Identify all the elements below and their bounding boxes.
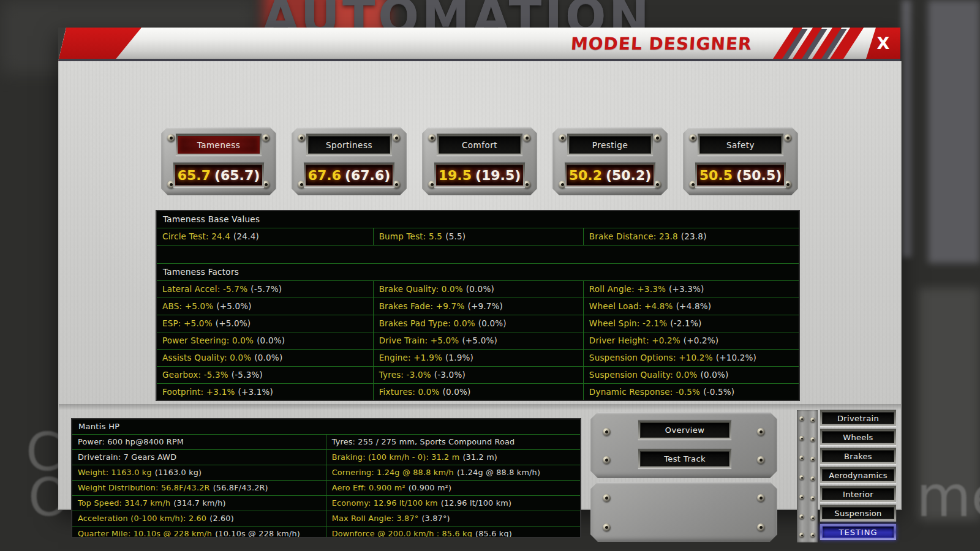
close-button[interactable]: X [866, 28, 900, 59]
rivet [799, 514, 804, 519]
gauge-label-button[interactable]: Comfort [437, 134, 522, 156]
nav-button-testing[interactable]: TESTING [820, 524, 896, 540]
gauge-prestige[interactable]: Prestige 50.2(50.2) [552, 127, 668, 195]
factors-row: ABS: +5.0%(+5.0%) Brakes Fade: +9.7%(+9.… [157, 298, 799, 315]
stat-cell: Top Speed: 314.7 km/h(314.7 km/h) [72, 496, 326, 511]
rivet [428, 134, 436, 142]
stat-cell: Fixtures: 0.0%(0.0%) [373, 384, 583, 400]
base-values-header: Tameness Base Values [157, 211, 799, 228]
rivet [799, 533, 804, 538]
rivet [810, 533, 815, 538]
gauge-sportiness[interactable]: Sportiness 67.6(67.6) [292, 127, 407, 195]
rivet [603, 428, 611, 436]
hinge-strip [797, 410, 818, 542]
rivet [393, 134, 401, 142]
gauge-label-button[interactable]: Sportiness [306, 134, 392, 156]
gauge-safety[interactable]: Safety 50.5(50.5) [683, 127, 798, 195]
car-summary-panel: Mantis HP Power: 600 hp@8400 RPM Tyres: … [71, 418, 581, 538]
gauge-value-paren: (65.7) [214, 168, 260, 183]
stat-cell: Braking: (100 km/h - 0): 31.2 m(31.2 m) [326, 450, 580, 465]
screen: AUTOMATION C O me MODEL DESIGNER X [0, 0, 980, 551]
rivet [689, 134, 697, 142]
test-track-button[interactable]: Test Track [638, 449, 731, 468]
stat-cell: Weight: 1163.0 kg(1163.0 kg) [72, 465, 326, 480]
rivet [810, 437, 815, 442]
gauge-value: 50.5 [699, 168, 733, 183]
factors-row: ESP: +5.0%(+5.0%) Brakes Pad Type: 0.0%(… [157, 315, 799, 332]
car-row: Drivetrain: 7 Gears AWD Braking: (100 km… [72, 449, 580, 465]
stat-cell: Wheel Spin: -2.1%(-2.1%) [583, 315, 799, 332]
stat-cell: Assists Quality: 0.0%(0.0%) [157, 350, 373, 366]
gauge-value-display: 19.5(19.5) [434, 163, 525, 187]
car-row: Weight Distribution: 56.8F/43.2R(56.8F/4… [72, 480, 580, 495]
gauge-value-paren: (67.6) [345, 168, 390, 183]
stat-cell: Economy: 12.96 lt/100 km(12.96 lt/100 km… [326, 496, 580, 511]
gauge-label: Comfort [439, 136, 521, 154]
window-title: MODEL DESIGNER [570, 28, 753, 59]
factors-row: Assists Quality: 0.0%(0.0%) Engine: +1.9… [157, 349, 799, 366]
factors-header: Tameness Factors [157, 263, 799, 280]
gauge-value-display: 50.2(50.2) [565, 163, 655, 187]
tameness-breakdown-panel: Tameness Base Values Circle Test: 24.4(2… [156, 210, 800, 401]
factors-row: Lateral Accel: -5.7%(-5.7%) Brake Qualit… [157, 280, 799, 298]
rivet [799, 436, 804, 441]
stat-cell: Aero Eff: 0.900 m²(0.900 m²) [326, 481, 580, 495]
nav-button-aerodynamics[interactable]: Aerodynamics [820, 467, 896, 483]
stat-cell: Suspension Options: +10.2%(+10.2%) [583, 350, 799, 366]
rivet [757, 523, 765, 531]
stat-cell: Lateral Accel: -5.7%(-5.7%) [157, 281, 373, 298]
gauge-label-button[interactable]: Prestige [567, 134, 653, 156]
bg-window-frame [928, 0, 980, 263]
model-designer-window: MODEL DESIGNER X Tameness [58, 28, 900, 509]
stripe-decoration [769, 25, 804, 64]
bg-letter-me: me [916, 464, 980, 530]
nav-button-brakes[interactable]: Brakes [820, 448, 896, 464]
gauge-label: Prestige [569, 136, 651, 154]
gauge-label-button[interactable]: Safety [698, 134, 783, 156]
stat-cell: Power Steering: 0.0%(0.0%) [157, 332, 373, 349]
window-body: Tameness 65.7(65.7) Sportiness 67.6(67.6… [58, 61, 902, 510]
stat-cell: Footprint: +3.1%(+3.1%) [157, 384, 373, 400]
rivet [262, 134, 270, 142]
gauge-value: 67.6 [308, 168, 341, 183]
nav-button-wheels[interactable]: Wheels [820, 429, 896, 445]
spacer [157, 245, 799, 263]
gauge-label: Sportiness [308, 136, 390, 154]
gauge-label: Tameness [178, 136, 260, 154]
stat-cell: Acceleration (0-100 km/h): 2.60(2.60) [72, 511, 326, 526]
nav-button-interior[interactable]: Interior [820, 486, 896, 502]
view-buttons-plate: Overview Test Track [590, 412, 777, 478]
gauge-label-button[interactable]: Tameness [176, 134, 262, 156]
car-row: Weight: 1163.0 kg(1163.0 kg) Cornering: … [72, 465, 580, 480]
stat-cell: Brake Quality: 0.0%(0.0%) [373, 281, 583, 298]
rivet [757, 494, 765, 502]
title-bar: MODEL DESIGNER X [58, 28, 900, 61]
overview-button[interactable]: Overview [638, 421, 731, 440]
stat-cell: Quarter Mile: 10.10s @ 228 km/h(10.10s @… [72, 527, 326, 538]
gauge-comfort[interactable]: Comfort 19.5(19.5) [422, 127, 537, 195]
car-row: Top Speed: 314.7 km/h(314.7 km/h) Econom… [72, 495, 580, 511]
blank-plate [590, 482, 777, 542]
factors-row: Gearbox: -5.3%(-5.3%) Tyres: -3.0%(-3.0%… [157, 366, 799, 383]
gauge-tameness[interactable]: Tameness 65.7(65.7) [161, 127, 276, 195]
body-seam [59, 404, 901, 410]
stat-cell: Max Roll Angle: 3.87°(3.87°) [326, 511, 580, 526]
rivet [810, 457, 815, 462]
rivet [810, 418, 815, 422]
rivet [298, 134, 306, 142]
car-row: Acceleration (0-100 km/h): 2.60(2.60) Ma… [72, 511, 580, 526]
stat-cell: Drivetrain: 7 Gears AWD [72, 450, 326, 465]
rivet [559, 134, 567, 142]
nav-button-suspension[interactable]: Suspension [820, 505, 896, 521]
car-name: Mantis HP [72, 419, 580, 434]
factors-row: Footprint: +3.1%(+3.1%) Fixtures: 0.0%(0… [157, 383, 799, 400]
stat-cell: Brakes Fade: +9.7%(+9.7%) [373, 298, 583, 315]
gauge-label: Safety [699, 136, 782, 154]
factors-row: Power Steering: 0.0%(0.0%) Drive Train: … [157, 332, 799, 349]
gauge-value-display: 67.6(67.6) [304, 163, 394, 187]
gauge-value: 65.7 [178, 168, 211, 183]
car-row: Quarter Mile: 10.10s @ 228 km/h(10.10s @… [72, 526, 580, 538]
stat-cell: Suspension Quality: 0.0%(0.0%) [583, 367, 799, 383]
nav-button-drivetrain[interactable]: Drivetrain [820, 410, 896, 426]
gauge-value-display: 50.5(50.5) [695, 163, 786, 187]
